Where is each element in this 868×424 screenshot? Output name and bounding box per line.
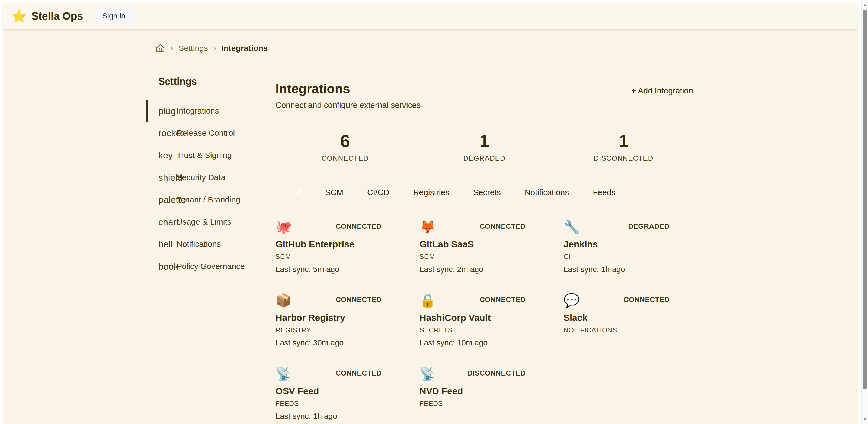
- breadcrumb-settings[interactable]: Settings: [179, 44, 208, 53]
- integration-category: REGISTRY: [276, 326, 381, 334]
- tab-secrets[interactable]: Secrets: [461, 186, 513, 199]
- integration-name: OSV Feed: [276, 386, 381, 396]
- status-badge: DEGRADED: [628, 222, 670, 231]
- trust-signing-nav-icon: key: [158, 150, 177, 161]
- scrollbar-thumb[interactable]: [863, 10, 867, 389]
- sidebar-item-usage-limits[interactable]: chart Usage & Limits: [146, 211, 276, 233]
- integration-name: GitLab SaaS: [420, 239, 526, 250]
- sidebar-item-label: Notifications: [177, 239, 221, 249]
- integration-card-slack[interactable]: 💬 CONNECTED Slack NOTIFICATIONS: [563, 293, 708, 347]
- breadcrumb-separator: ›: [213, 44, 216, 53]
- breadcrumb-separator: ›: [170, 44, 173, 53]
- stat-label: DEGRADED: [414, 154, 554, 163]
- tab-scm[interactable]: SCM: [313, 186, 355, 199]
- sidebar-item-label: Release Control: [177, 128, 235, 138]
- integration-last-sync: Last sync: 1h ago: [276, 412, 381, 421]
- integration-category: SCM: [276, 253, 381, 261]
- tab-notifications[interactable]: Notifications: [513, 186, 581, 199]
- sidebar-title: Settings: [158, 76, 276, 87]
- sidebar-item-integrations[interactable]: plug Integrations: [146, 100, 276, 122]
- sidebar-item-label: Usage & Limits: [177, 217, 231, 227]
- content-area: › Settings › Integrations Settings plug …: [3, 29, 858, 424]
- status-summary: 6 CONNECTED 1 DEGRADED 1 DISCONNECTED: [276, 132, 693, 163]
- page-subtitle: Connect and configure external services: [276, 100, 421, 110]
- sidebar-item-security-data[interactable]: shield Security Data: [146, 166, 276, 189]
- tab-all[interactable]: All: [280, 186, 313, 199]
- release-control-nav-icon: rocket: [158, 128, 177, 138]
- integration-last-sync: Last sync: 10m ago: [420, 338, 526, 347]
- sidebar-item-tenant-branding[interactable]: palette Tenant / Branding: [146, 189, 276, 211]
- stat-label: DISCONNECTED: [554, 154, 693, 163]
- integration-last-sync: Last sync: 30m ago: [276, 338, 381, 347]
- stat-disconnected: 1 DISCONNECTED: [554, 132, 693, 163]
- integration-card-github-enterprise[interactable]: 🐙 CONNECTED GitHub Enterprise SCM Last s…: [276, 220, 420, 274]
- integration-card-hashicorp-vault[interactable]: 🔒 CONNECTED HashiCorp Vault SECRETS Last…: [420, 293, 563, 347]
- sidebar-item-label: Security Data: [177, 173, 225, 182]
- security-data-nav-icon: shield: [158, 172, 177, 183]
- integration-card-jenkins[interactable]: 🔧 DEGRADED Jenkins CI Last sync: 1h ago: [563, 220, 708, 274]
- home-icon[interactable]: [155, 43, 165, 53]
- settings-sidebar: Settings plug Integrations rocket Releas…: [146, 72, 276, 421]
- integration-name: Jenkins: [563, 239, 670, 250]
- integration-name: Slack: [563, 313, 670, 323]
- tab-ci-cd[interactable]: CI/CD: [355, 186, 401, 199]
- status-badge: CONNECTED: [480, 296, 526, 304]
- integration-card-nvd-feed[interactable]: 📡 DISCONNECTED NVD Feed FEEDS: [420, 367, 563, 421]
- status-badge: CONNECTED: [624, 296, 670, 304]
- integration-card-gitlab-saas[interactable]: 🦊 CONNECTED GitLab SaaS SCM Last sync: 2…: [420, 220, 563, 274]
- main-header-row: Integrations Connect and configure exter…: [276, 81, 693, 110]
- integration-category: FEEDS: [276, 400, 381, 407]
- integrations-main: Integrations Connect and configure exter…: [276, 72, 693, 421]
- stat-label: CONNECTED: [276, 154, 414, 163]
- notifications-nav-icon: bell: [158, 239, 177, 250]
- integration-name: HashiCorp Vault: [420, 313, 526, 323]
- status-badge: CONNECTED: [480, 222, 526, 231]
- sidebar-item-notifications[interactable]: bell Notifications: [146, 233, 276, 255]
- integration-card-harbor-registry[interactable]: 📦 CONNECTED Harbor Registry REGISTRY Las…: [276, 293, 420, 347]
- usage-limits-nav-icon: chart: [158, 217, 177, 227]
- integration-last-sync: Last sync: 5m ago: [276, 265, 381, 274]
- stat-value: 1: [554, 132, 693, 150]
- sidebar-item-release-control[interactable]: rocket Release Control: [146, 122, 276, 144]
- integration-category: CI: [563, 253, 670, 261]
- integration-category: SECRETS: [420, 326, 526, 334]
- page: ⭐ Stella Ops Sign in › Settings › Integr…: [0, 0, 868, 424]
- integration-category: FEEDS: [420, 400, 526, 407]
- sidebar-item-label: Trust & Signing: [177, 151, 232, 160]
- brand-title: Stella Ops: [31, 10, 83, 22]
- integration-name: NVD Feed: [420, 386, 526, 396]
- scroll-down-icon[interactable]: ▼: [862, 417, 868, 421]
- add-integration-button[interactable]: + Add Integration: [631, 86, 693, 95]
- sidebar-item-label: Tenant / Branding: [177, 195, 240, 204]
- integration-last-sync: Last sync: 1h ago: [563, 265, 670, 274]
- tenant-branding-nav-icon: palette: [158, 195, 177, 205]
- tab-feeds[interactable]: Feeds: [581, 186, 627, 199]
- stat-degraded: 1 DEGRADED: [414, 132, 554, 163]
- page-title: Integrations: [276, 81, 421, 96]
- sign-in-button[interactable]: Sign in: [94, 8, 134, 24]
- stat-value: 6: [276, 132, 414, 150]
- stat-value: 1: [414, 132, 554, 150]
- app-header: ⭐ Stella Ops Sign in: [3, 3, 858, 29]
- integration-card-osv-feed[interactable]: 📡 CONNECTED OSV Feed FEEDS Last sync: 1h…: [276, 367, 420, 421]
- sidebar-item-trust-signing[interactable]: key Trust & Signing: [146, 144, 276, 166]
- sidebar-item-label: Policy Governance: [177, 262, 245, 271]
- tab-registries[interactable]: Registries: [401, 186, 461, 199]
- integration-last-sync: Last sync: 2m ago: [420, 265, 526, 274]
- stella-logo-icon: ⭐: [11, 10, 27, 22]
- integration-category: NOTIFICATIONS: [563, 326, 670, 334]
- integration-name: GitHub Enterprise: [276, 239, 381, 250]
- sidebar-item-policy-governance[interactable]: book Policy Governance: [146, 255, 276, 278]
- breadcrumb: › Settings › Integrations: [155, 43, 268, 53]
- main-title-block: Integrations Connect and configure exter…: [276, 81, 421, 110]
- integrations-nav-icon: plug: [158, 106, 177, 116]
- scroll-up-icon[interactable]: ▲: [862, 3, 868, 7]
- category-tabs: All SCM CI/CD Registries Secrets Notific…: [280, 186, 693, 199]
- status-badge: CONNECTED: [336, 296, 381, 304]
- policy-governance-nav-icon: book: [158, 261, 177, 272]
- sidebar-item-label: Integrations: [177, 106, 219, 116]
- status-badge: DISCONNECTED: [467, 369, 526, 378]
- vertical-scrollbar[interactable]: ▲ ▼: [862, 0, 868, 424]
- stat-connected: 6 CONNECTED: [276, 132, 414, 163]
- status-badge: CONNECTED: [336, 369, 381, 378]
